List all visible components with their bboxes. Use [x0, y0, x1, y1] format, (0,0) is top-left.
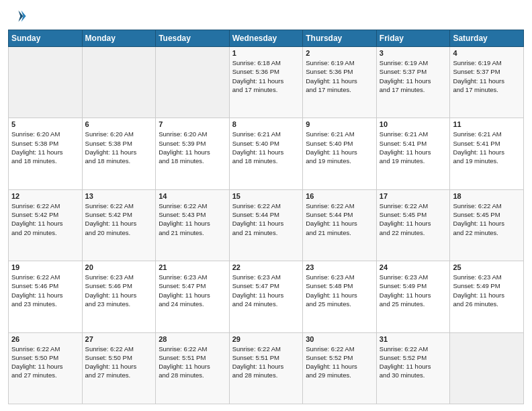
cell-info: Sunrise: 6:22 AM Sunset: 5:52 PM Dayligh…: [306, 345, 373, 380]
day-number: 25: [453, 263, 521, 271]
calendar-cell: 16Sunrise: 6:22 AM Sunset: 5:44 PM Dayli…: [303, 189, 377, 261]
cell-info: Sunrise: 6:23 AM Sunset: 5:46 PM Dayligh…: [85, 273, 153, 308]
weekday-header: Monday: [82, 30, 156, 47]
cell-info: Sunrise: 6:22 AM Sunset: 5:46 PM Dayligh…: [11, 273, 79, 308]
calendar-cell: 5Sunrise: 6:20 AM Sunset: 5:38 PM Daylig…: [9, 118, 83, 189]
calendar-cell: 8Sunrise: 6:21 AM Sunset: 5:40 PM Daylig…: [229, 118, 303, 189]
calendar-cell: 11Sunrise: 6:21 AM Sunset: 5:41 PM Dayli…: [450, 118, 524, 189]
day-number: 2: [306, 49, 373, 57]
logo-icon: [8, 7, 27, 26]
day-number: 3: [380, 49, 447, 57]
calendar-cell: 23Sunrise: 6:23 AM Sunset: 5:48 PM Dayli…: [303, 261, 377, 332]
calendar-cell: 3Sunrise: 6:19 AM Sunset: 5:37 PM Daylig…: [376, 47, 450, 118]
cell-info: Sunrise: 6:21 AM Sunset: 5:40 PM Dayligh…: [306, 130, 373, 165]
day-number: 30: [306, 335, 373, 343]
day-number: 7: [159, 120, 226, 128]
calendar: SundayMondayTuesdayWednesdayThursdayFrid…: [8, 30, 524, 404]
calendar-cell: 4Sunrise: 6:19 AM Sunset: 5:37 PM Daylig…: [450, 47, 524, 118]
cell-info: Sunrise: 6:20 AM Sunset: 5:38 PM Dayligh…: [11, 130, 79, 165]
calendar-cell: 19Sunrise: 6:22 AM Sunset: 5:46 PM Dayli…: [9, 261, 83, 332]
calendar-week-row: 26Sunrise: 6:22 AM Sunset: 5:50 PM Dayli…: [9, 332, 524, 404]
day-number: 28: [159, 335, 226, 343]
day-number: 15: [232, 192, 300, 200]
calendar-cell: 6Sunrise: 6:20 AM Sunset: 5:38 PM Daylig…: [82, 118, 156, 189]
day-number: 12: [11, 192, 79, 200]
day-number: 23: [306, 263, 373, 271]
day-number: 31: [380, 335, 447, 343]
cell-info: Sunrise: 6:22 AM Sunset: 5:43 PM Dayligh…: [159, 201, 226, 237]
calendar-cell: 18Sunrise: 6:22 AM Sunset: 5:45 PM Dayli…: [450, 189, 524, 261]
day-number: 11: [453, 120, 521, 128]
header: [8, 7, 524, 26]
calendar-cell: 21Sunrise: 6:23 AM Sunset: 5:47 PM Dayli…: [156, 261, 230, 332]
cell-info: Sunrise: 6:22 AM Sunset: 5:45 PM Dayligh…: [380, 201, 447, 237]
calendar-cell: [9, 47, 83, 118]
calendar-cell: 30Sunrise: 6:22 AM Sunset: 5:52 PM Dayli…: [303, 332, 377, 404]
day-number: 18: [453, 192, 521, 200]
calendar-week-row: 19Sunrise: 6:22 AM Sunset: 5:46 PM Dayli…: [9, 261, 524, 332]
calendar-cell: [450, 332, 524, 404]
calendar-cell: 1Sunrise: 6:18 AM Sunset: 5:36 PM Daylig…: [229, 47, 303, 118]
cell-info: Sunrise: 6:19 AM Sunset: 5:36 PM Dayligh…: [306, 58, 373, 94]
calendar-cell: 29Sunrise: 6:22 AM Sunset: 5:51 PM Dayli…: [229, 332, 303, 404]
cell-info: Sunrise: 6:19 AM Sunset: 5:37 PM Dayligh…: [380, 58, 447, 94]
day-number: 26: [11, 335, 79, 343]
day-number: 10: [380, 120, 447, 128]
day-number: 6: [85, 120, 153, 128]
cell-info: Sunrise: 6:23 AM Sunset: 5:48 PM Dayligh…: [306, 273, 373, 308]
calendar-cell: 10Sunrise: 6:21 AM Sunset: 5:41 PM Dayli…: [376, 118, 450, 189]
day-number: 20: [85, 263, 153, 271]
calendar-cell: [156, 47, 230, 118]
calendar-cell: 13Sunrise: 6:22 AM Sunset: 5:42 PM Dayli…: [82, 189, 156, 261]
cell-info: Sunrise: 6:21 AM Sunset: 5:41 PM Dayligh…: [453, 130, 521, 165]
calendar-cell: 31Sunrise: 6:22 AM Sunset: 5:52 PM Dayli…: [376, 332, 450, 404]
calendar-cell: 27Sunrise: 6:22 AM Sunset: 5:50 PM Dayli…: [82, 332, 156, 404]
weekday-header: Wednesday: [229, 30, 303, 47]
cell-info: Sunrise: 6:21 AM Sunset: 5:41 PM Dayligh…: [380, 130, 447, 165]
day-number: 9: [306, 120, 373, 128]
calendar-cell: 2Sunrise: 6:19 AM Sunset: 5:36 PM Daylig…: [303, 47, 377, 118]
cell-info: Sunrise: 6:22 AM Sunset: 5:44 PM Dayligh…: [306, 201, 373, 237]
page: SundayMondayTuesdayWednesdayThursdayFrid…: [0, 0, 532, 411]
cell-info: Sunrise: 6:19 AM Sunset: 5:37 PM Dayligh…: [453, 58, 521, 94]
day-number: 1: [232, 49, 300, 57]
cell-info: Sunrise: 6:23 AM Sunset: 5:49 PM Dayligh…: [453, 273, 521, 308]
cell-info: Sunrise: 6:22 AM Sunset: 5:51 PM Dayligh…: [159, 345, 226, 380]
day-number: 27: [85, 335, 153, 343]
cell-info: Sunrise: 6:22 AM Sunset: 5:45 PM Dayligh…: [453, 201, 521, 237]
cell-info: Sunrise: 6:22 AM Sunset: 5:50 PM Dayligh…: [11, 345, 79, 380]
cell-info: Sunrise: 6:22 AM Sunset: 5:44 PM Dayligh…: [232, 201, 300, 237]
cell-info: Sunrise: 6:22 AM Sunset: 5:52 PM Dayligh…: [380, 345, 447, 380]
weekday-header: Saturday: [450, 30, 524, 47]
calendar-body: 1Sunrise: 6:18 AM Sunset: 5:36 PM Daylig…: [9, 47, 524, 404]
day-number: 17: [380, 192, 447, 200]
cell-info: Sunrise: 6:18 AM Sunset: 5:36 PM Dayligh…: [232, 58, 300, 94]
cell-info: Sunrise: 6:22 AM Sunset: 5:51 PM Dayligh…: [232, 345, 300, 380]
cell-info: Sunrise: 6:20 AM Sunset: 5:39 PM Dayligh…: [159, 130, 226, 165]
calendar-cell: 26Sunrise: 6:22 AM Sunset: 5:50 PM Dayli…: [9, 332, 83, 404]
day-number: 8: [232, 120, 300, 128]
calendar-cell: 28Sunrise: 6:22 AM Sunset: 5:51 PM Dayli…: [156, 332, 230, 404]
calendar-header-row: SundayMondayTuesdayWednesdayThursdayFrid…: [9, 30, 524, 47]
calendar-cell: 12Sunrise: 6:22 AM Sunset: 5:42 PM Dayli…: [9, 189, 83, 261]
calendar-cell: 24Sunrise: 6:23 AM Sunset: 5:49 PM Dayli…: [376, 261, 450, 332]
calendar-cell: 14Sunrise: 6:22 AM Sunset: 5:43 PM Dayli…: [156, 189, 230, 261]
weekday-header: Sunday: [9, 30, 83, 47]
calendar-week-row: 1Sunrise: 6:18 AM Sunset: 5:36 PM Daylig…: [9, 47, 524, 118]
weekday-header: Thursday: [303, 30, 377, 47]
day-number: 29: [232, 335, 300, 343]
weekday-header: Tuesday: [156, 30, 230, 47]
calendar-cell: 20Sunrise: 6:23 AM Sunset: 5:46 PM Dayli…: [82, 261, 156, 332]
logo: [8, 7, 30, 26]
cell-info: Sunrise: 6:21 AM Sunset: 5:40 PM Dayligh…: [232, 130, 300, 165]
day-number: 16: [306, 192, 373, 200]
cell-info: Sunrise: 6:22 AM Sunset: 5:42 PM Dayligh…: [11, 201, 79, 237]
calendar-cell: 7Sunrise: 6:20 AM Sunset: 5:39 PM Daylig…: [156, 118, 230, 189]
day-number: 19: [11, 263, 79, 271]
day-number: 5: [11, 120, 79, 128]
day-number: 13: [85, 192, 153, 200]
cell-info: Sunrise: 6:22 AM Sunset: 5:42 PM Dayligh…: [85, 201, 153, 237]
calendar-cell: 15Sunrise: 6:22 AM Sunset: 5:44 PM Dayli…: [229, 189, 303, 261]
cell-info: Sunrise: 6:23 AM Sunset: 5:47 PM Dayligh…: [232, 273, 300, 308]
calendar-cell: 9Sunrise: 6:21 AM Sunset: 5:40 PM Daylig…: [303, 118, 377, 189]
